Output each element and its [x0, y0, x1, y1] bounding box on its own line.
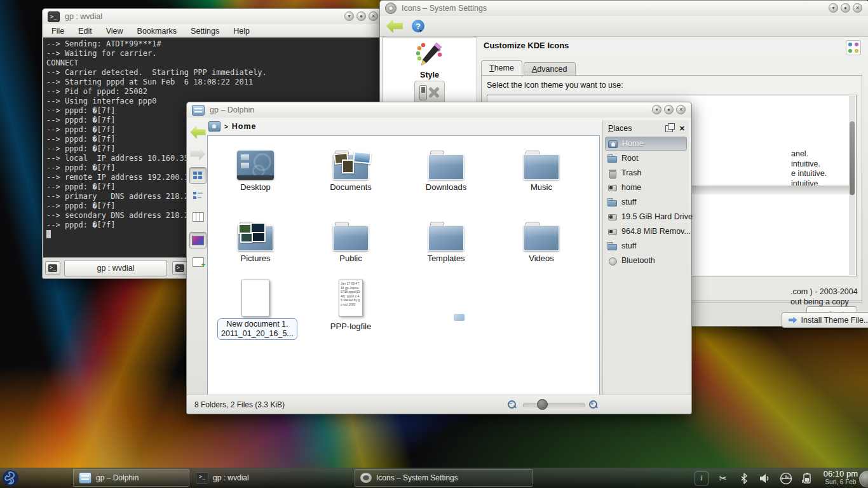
folder-item-documents[interactable]: Documents	[313, 144, 389, 192]
menu-help[interactable]: Help	[233, 27, 250, 36]
folder-item-templates[interactable]: Templates	[408, 215, 484, 263]
preview-toggle-button[interactable]	[189, 232, 207, 248]
places-title: Places	[608, 124, 632, 133]
back-button[interactable]	[189, 124, 207, 140]
tab-list-button[interactable]: >_	[172, 261, 187, 275]
install-theme-button[interactable]: Install Theme File...	[782, 312, 868, 328]
terminal-app-icon: >_	[196, 472, 208, 484]
task-label: gp : wvdial	[213, 473, 249, 482]
folder-icon	[607, 198, 618, 207]
columns-view-icon	[193, 212, 204, 222]
close-button[interactable]: ✕	[676, 105, 686, 114]
place-label: stuff	[621, 198, 636, 207]
folder-view[interactable]: Desktop Documents Downloads Music	[207, 135, 600, 398]
menu-edit[interactable]: Edit	[78, 27, 92, 36]
info-icon[interactable]: i	[695, 471, 709, 485]
task-dolphin[interactable]: gp – Dolphin	[73, 469, 189, 487]
app-launcher-icon[interactable]	[1, 469, 20, 487]
battery-icon[interactable]	[801, 472, 813, 485]
help-icon[interactable]: ?	[412, 20, 424, 32]
folder-item-videos[interactable]: Videos	[503, 215, 580, 263]
folder-item-public[interactable]: Public	[313, 215, 389, 263]
drive-icon	[607, 184, 618, 192]
folder-item-pictures[interactable]: Pictures	[217, 215, 294, 263]
file-item-ppp-logfile[interactable]: Jan 17 09:47:18 gp-Aspire-5738 pppd[1946…	[313, 277, 389, 331]
place-home[interactable]: Home	[605, 137, 687, 151]
home-icon[interactable]	[208, 121, 220, 132]
dolphin-title: gp – Dolphin	[210, 105, 254, 114]
place-bluetooth[interactable]: Bluetooth	[605, 254, 687, 268]
place-hard-drive[interactable]: 19.5 GiB Hard Drive	[605, 210, 687, 224]
volume-icon[interactable]	[759, 472, 771, 485]
columns-view-button[interactable]	[189, 208, 207, 225]
place-root[interactable]: Root	[605, 151, 687, 165]
usb-device-icon[interactable]	[780, 472, 792, 485]
drag-ghost-thumbnail	[454, 314, 465, 321]
module-overview-button[interactable]	[846, 40, 861, 55]
place-trash[interactable]: Trash	[605, 166, 687, 180]
maximize-button[interactable]: ●	[841, 3, 850, 13]
minimize-button[interactable]: ▾	[829, 3, 838, 13]
menu-bookmarks[interactable]: Bookmarks	[137, 27, 177, 36]
file-name-line2: 2011_01_20_16_5...	[221, 329, 294, 339]
new-tab-button[interactable]: >_	[45, 261, 60, 275]
import-icon	[789, 317, 797, 323]
breadcrumb-home[interactable]: Home	[232, 122, 257, 131]
clock[interactable]: 06:10 pm Sun, 6 Feb	[824, 470, 858, 486]
clipboard-scissors-icon[interactable]: ✂	[717, 472, 729, 485]
list-row-fragment: intuitive.	[791, 159, 827, 170]
place-label: 964.8 MiB Remov...	[621, 227, 691, 236]
close-panel-icon[interactable]: ✕	[679, 125, 685, 133]
scrollbar-thumb[interactable]	[850, 121, 855, 195]
place-home-partition[interactable]: home	[605, 180, 687, 194]
menu-settings[interactable]: Settings	[191, 27, 219, 36]
forward-button[interactable]	[189, 146, 207, 162]
terminal-cursor	[46, 230, 51, 238]
split-view-button[interactable]	[189, 254, 207, 270]
file-item-new-document[interactable]: New document 1. 2011_01_20_16_5...	[217, 277, 294, 340]
bluetooth-icon[interactable]	[738, 472, 750, 485]
dolphin-titlebar[interactable]: gp – Dolphin ▾ ● ✕	[187, 102, 691, 118]
scrollbar[interactable]	[849, 96, 855, 275]
terminal-titlebar[interactable]: >_ gp : wvdial ▾ ● ✕	[43, 9, 383, 24]
place-stuff-2[interactable]: stuff	[605, 239, 687, 253]
place-stuff[interactable]: stuff	[605, 195, 687, 209]
minimize-button[interactable]: ▾	[344, 11, 354, 21]
menu-file[interactable]: File	[51, 27, 64, 36]
back-arrow-icon[interactable]	[386, 19, 403, 33]
terminal-line: --> Carrier detected. Starting PPP immed…	[46, 68, 383, 78]
sidebar-item-style[interactable]: Style	[383, 41, 477, 79]
folder-item-downloads[interactable]: Downloads	[408, 144, 484, 192]
icons-view-button[interactable]	[189, 167, 207, 184]
maximize-button[interactable]: ●	[356, 11, 366, 21]
dolphin-statusbar: 8 Folders, 2 Files (3.3 KiB) − +	[187, 395, 691, 414]
minimize-button[interactable]: ▾	[652, 105, 661, 114]
panel-cashew-icon[interactable]	[859, 471, 868, 487]
install-theme-label: Install Theme File...	[801, 316, 868, 325]
float-panel-icon[interactable]	[665, 125, 673, 132]
tab-theme[interactable]: Theme	[481, 60, 522, 77]
terminal-tab[interactable]: gp : wvdial	[64, 260, 167, 276]
close-button[interactable]: ✕	[853, 3, 862, 13]
maximize-button[interactable]: ●	[664, 105, 674, 114]
file-name-line1: New document 1.	[221, 320, 294, 329]
menu-view[interactable]: View	[106, 27, 123, 36]
folder-item-desktop[interactable]: Desktop	[217, 144, 294, 192]
zoom-slider[interactable]	[523, 403, 585, 407]
theme-description: .com ) - 2003-2004 out being a copy	[790, 287, 858, 307]
settings-titlebar[interactable]: Icons – System Settings ▾ ● ✕	[380, 1, 868, 16]
task-system-settings[interactable]: Icons – System Settings	[355, 469, 532, 487]
place-removable-drive[interactable]: 964.8 MiB Remov...	[605, 224, 687, 238]
zoom-out-icon[interactable]: −	[508, 400, 517, 409]
chevron-down-icon[interactable]: ▾	[419, 28, 422, 34]
task-wvdial[interactable]: >_ gp : wvdial	[191, 469, 353, 487]
folder-label: Music	[503, 182, 580, 192]
close-button[interactable]: ✕	[369, 11, 378, 21]
desktop-folder-icon	[237, 151, 274, 180]
folder-item-music[interactable]: Music	[503, 144, 580, 192]
place-label: stuff	[621, 241, 636, 250]
details-view-button[interactable]	[189, 187, 207, 204]
zoom-slider-thumb[interactable]	[537, 399, 548, 410]
page-title: Customize KDE Icons	[484, 41, 569, 50]
zoom-in-icon[interactable]: +	[589, 400, 598, 409]
